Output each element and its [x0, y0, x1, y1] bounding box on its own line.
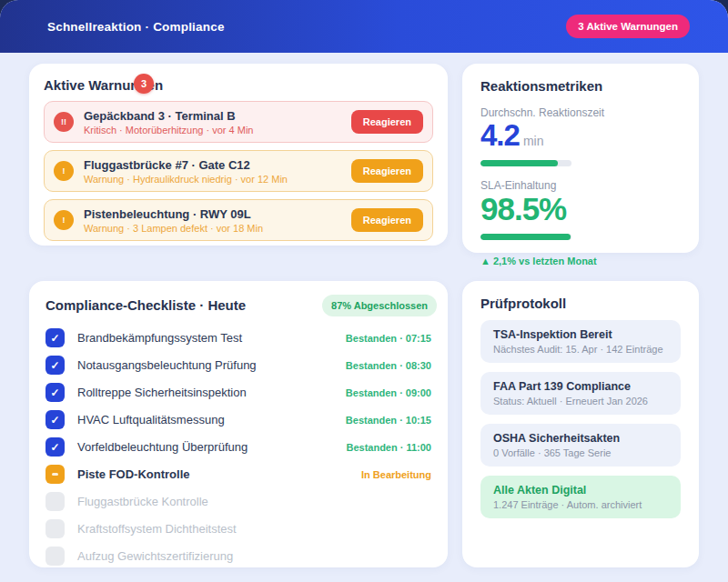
active-warnings-title-wrap: Aktive Warnungen 3 [44, 77, 163, 94]
checklist-item-status: Bestanden · 09:00 [346, 387, 431, 398]
checklist-row: ✓ Notausgangsbeleuchtung Prüfung Bestand… [44, 352, 433, 379]
checkbox-empty[interactable] [46, 547, 65, 566]
alert-text: Gepäckband 3 · Terminal B Kritisch · Mot… [84, 109, 253, 135]
sla-value-row: 98.5% [480, 193, 681, 226]
checklist-row: ✓ Rolltreppe Sicherheitsinspektion Besta… [44, 379, 433, 406]
warning-count-badge: 3 [134, 74, 154, 94]
checklist-item-status: In Bearbeitung [361, 469, 431, 480]
checkbox-checked[interactable]: ✓ [46, 410, 65, 429]
checklist-item-label: Aufzug Gewichtszertifizierung [77, 549, 233, 563]
alert-detail: Warnung · 3 Lampen defekt · vor 18 Min [84, 223, 263, 234]
checklist-item-label: Vorfeldbeleuchtung Überprüfung [77, 440, 248, 454]
audit-card-digital: Alle Akten Digital 1.247 Einträge · Auto… [480, 476, 681, 518]
checkbox-checked[interactable]: ✓ [46, 437, 65, 457]
checklist-item-label: Piste FOD-Kontrolle [77, 467, 190, 481]
checklist-row: Piste FOD-Kontrolle In Bearbeitung [44, 461, 433, 488]
alert-detail: Kritisch · Motorüberhitzung · vor 4 Min [84, 125, 253, 135]
trend-indicator: ▲ 2,1% vs letzten Monat [480, 256, 681, 266]
alert-text: Pistenbeleuchtung · RWY 09L Warnung · 3 … [84, 207, 263, 234]
checklist-item-label: Brandbekämpfungssystem Test [77, 331, 242, 345]
alert-text: Fluggastbrücke #7 · Gate C12 Warnung · H… [84, 158, 288, 185]
checklist-item-status: Bestanden · 11:00 [346, 442, 431, 453]
alert-detail: Warnung · Hydraulikdruck niedrig · vor 1… [84, 174, 288, 185]
checkbox-checked[interactable]: ✓ [46, 328, 65, 347]
checklist-row: ✓ Vorfeldbeleuchtung Überprüfung Bestand… [44, 434, 433, 461]
checkbox-in-progress[interactable] [46, 465, 65, 484]
alert-title: Gepäckband 3 · Terminal B [84, 109, 253, 123]
checklist-header: Compliance-Checkliste · Heute 87% Abgesc… [44, 295, 433, 316]
checklist-item-status: Bestanden · 08:30 [346, 360, 431, 371]
audit-card-tsa: TSA-Inspektion Bereit Nächstes Audit: 15… [480, 320, 681, 363]
checklist-item-label: Kraftstoffsystem Dichtheitstest [77, 522, 237, 536]
avg-response-value: 4.2 [480, 120, 520, 152]
checklist-row: Fluggastbrücke Kontrolle [44, 488, 433, 516]
sla-progressbar [480, 234, 571, 240]
sla-progress-fill [480, 234, 571, 240]
avg-response-progress-fill [480, 160, 558, 166]
metrics-title: Reaktionsmetriken [480, 78, 681, 94]
checklist-row: Kraftstoffsystem Dichtheitstest [44, 516, 433, 543]
respond-button[interactable]: Reagieren [351, 110, 423, 134]
alert-card-gepaeckband: !! Gepäckband 3 · Terminal B Kritisch · … [44, 101, 433, 143]
audit-card-title: Alle Akten Digital [493, 484, 668, 497]
sla-label: SLA-Einhaltung [480, 179, 681, 192]
checklist-row: ✓ HVAC Luftqualitätsmessung Bestanden · … [44, 406, 433, 434]
avg-response-label: Durchschn. Reaktionszeit [480, 106, 681, 119]
top-header: Schnellreaktion · Compliance 3 Aktive Wa… [0, 0, 728, 53]
active-warnings-badge: 3 Aktive Warnungen [566, 15, 690, 38]
checkbox-empty[interactable] [46, 519, 65, 538]
checklist: ✓ Brandbekämpfungssystem Test Bestanden … [44, 325, 433, 570]
respond-button[interactable]: Reagieren [351, 159, 423, 183]
compliance-checklist-panel: Compliance-Checkliste · Heute 87% Abgesc… [29, 281, 448, 567]
avg-response-progressbar [480, 160, 571, 166]
checklist-row: Aufzug Gewichtszertifizierung [44, 543, 433, 570]
avg-response-value-row: 4.2 min [480, 120, 681, 152]
audit-card-detail: 1.247 Einträge · Autom. archiviert [493, 499, 668, 510]
audit-card-detail: Nächstes Audit: 15. Apr · 142 Einträge [493, 344, 668, 355]
active-warnings-panel: Aktive Warnungen 3 !! Gepäckband 3 · Ter… [29, 64, 448, 246]
audit-card-osha: OSHA Sicherheitsakten 0 Vorfälle · 365 T… [480, 424, 681, 467]
checklist-item-label: Fluggastbrücke Kontrolle [77, 495, 208, 508]
checklist-title: Compliance-Checkliste · Heute [46, 297, 246, 313]
main-content: Aktive Warnungen 3 !! Gepäckband 3 · Ter… [0, 53, 728, 582]
respond-button[interactable]: Reagieren [351, 208, 423, 232]
audit-card-detail: 0 Vorfälle · 365 Tage Serie [493, 447, 668, 458]
checklist-item-label: Rolltreppe Sicherheitsinspektion [77, 386, 247, 399]
warning-alert-icon: ! [54, 210, 74, 230]
audit-log-panel: Prüfprotokoll TSA-Inspektion Bereit Näch… [462, 281, 699, 567]
critical-alert-icon: !! [54, 112, 74, 132]
checklist-item-label: Notausgangsbeleuchtung Prüfung [77, 358, 257, 372]
checklist-item-status: Bestanden · 10:15 [346, 415, 431, 426]
checklist-row: ✓ Brandbekämpfungssystem Test Bestanden … [44, 325, 433, 352]
checklist-progress-badge: 87% Abgeschlossen [322, 295, 437, 316]
checklist-item-status: Bestanden · 07:15 [346, 333, 431, 344]
audit-card-title: TSA-Inspektion Bereit [493, 328, 668, 341]
audit-card-title: OSHA Sicherheitsakten [493, 432, 668, 445]
alert-card-fluggastbruecke: ! Fluggastbrücke #7 · Gate C12 Warnung ·… [44, 150, 433, 192]
response-metrics-panel: Reaktionsmetriken Durchschn. Reaktionsze… [462, 64, 699, 253]
audit-card-faa: FAA Part 139 Compliance Status: Aktuell … [480, 372, 681, 415]
app-container: Schnellreaktion · Compliance 3 Aktive Wa… [0, 0, 728, 582]
alert-title: Pistenbeleuchtung · RWY 09L [84, 207, 263, 221]
alert-card-pistenbeleuchtung: ! Pistenbeleuchtung · RWY 09L Warnung · … [44, 199, 433, 241]
avg-response-unit: min [523, 134, 544, 148]
warning-alert-icon: ! [54, 161, 74, 181]
audit-card-title: FAA Part 139 Compliance [493, 380, 668, 393]
audit-title: Prüfprotokoll [480, 296, 681, 311]
app-title: Schnellreaktion · Compliance [47, 20, 225, 34]
sla-value: 98.5% [480, 193, 566, 226]
alert-title: Fluggastbrücke #7 · Gate C12 [84, 158, 288, 172]
audit-card-detail: Status: Aktuell · Erneuert Jan 2026 [493, 396, 668, 406]
checklist-item-label: HVAC Luftqualitätsmessung [77, 413, 225, 426]
checkbox-checked[interactable]: ✓ [46, 383, 65, 402]
checkbox-empty[interactable] [46, 492, 65, 511]
checkbox-checked[interactable]: ✓ [46, 356, 65, 375]
